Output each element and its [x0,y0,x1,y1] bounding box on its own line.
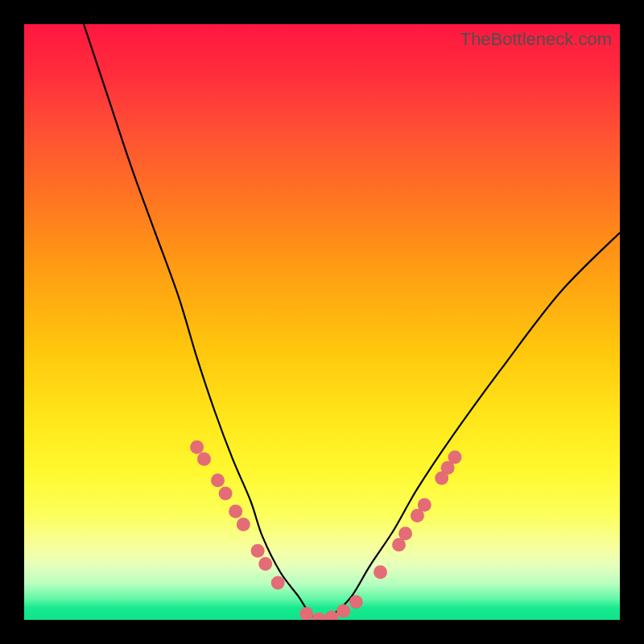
data-point [299,607,313,620]
data-point [229,505,242,518]
data-point [211,473,225,487]
data-point [349,595,363,609]
chart-frame: TheBottleneck.com [0,0,644,644]
data-point [336,604,350,617]
bottleneck-curve [84,24,620,620]
data-point [271,576,285,590]
data-point [258,557,272,571]
data-point [190,440,204,454]
data-point [197,452,211,466]
data-point [374,565,387,579]
data-points [190,440,461,620]
data-point [312,613,326,620]
data-point [237,518,250,531]
data-point [418,498,431,512]
curve-layer [24,24,620,620]
data-point [251,544,265,558]
data-point [398,526,412,540]
plot-area: TheBottleneck.com [24,24,620,620]
data-point [448,451,462,464]
data-point [219,487,233,501]
